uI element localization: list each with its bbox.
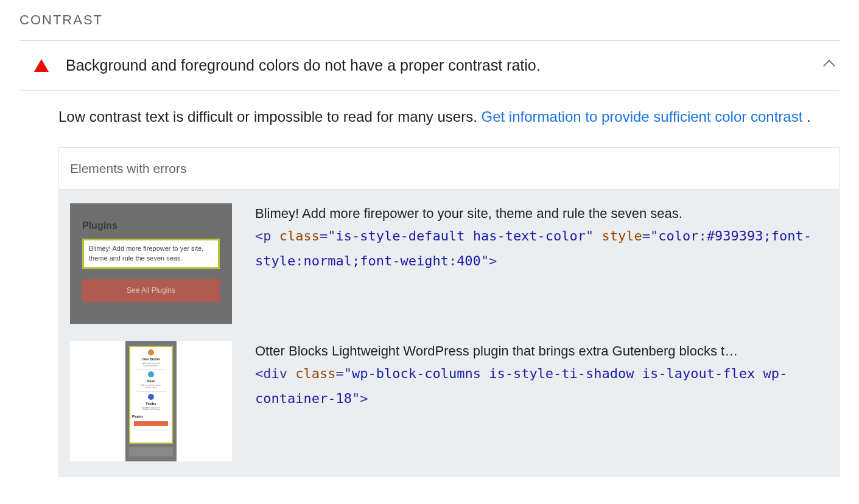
logo-dot-icon xyxy=(148,371,154,377)
error-node-text: Blimey! Add more firepower to your site,… xyxy=(255,203,828,224)
thumbnail-mobile-column: Otter Blocks Lightweight plugin thatbrin… xyxy=(125,341,177,461)
thumb-highlight-box: Blimey! Add more firepower to yer site, … xyxy=(82,239,220,269)
audit-description-suffix: . xyxy=(802,108,810,125)
errors-panel-body: Plugins Blimey! Add more firepower to ye… xyxy=(59,190,839,476)
thumb-footer-button xyxy=(134,421,168,426)
thumb-card-stack: Otter Blocks Lightweight plugin thatbrin… xyxy=(129,346,173,444)
errors-panel-heading: Elements with errors xyxy=(59,148,839,190)
audit-description-text: Low contrast text is difficult or imposs… xyxy=(58,108,482,125)
logo-dot-icon xyxy=(148,349,154,355)
audit-body: Low contrast text is difficult or imposs… xyxy=(19,91,840,477)
learn-more-link[interactable]: Get information to provide sufficient co… xyxy=(482,108,803,125)
error-row: Otter Blocks Lightweight plugin thatbrin… xyxy=(70,341,828,461)
warning-triangle-icon xyxy=(34,59,49,72)
audit-toggle-row[interactable]: Background and foreground colors do not … xyxy=(19,41,840,91)
error-details: Otter Blocks Lightweight WordPress plugi… xyxy=(255,341,828,461)
thumbnail-plugins-card: Plugins Blimey! Add more firepower to ye… xyxy=(70,203,232,324)
error-details: Blimey! Add more firepower to your site,… xyxy=(255,203,828,324)
errors-panel: Elements with errors Plugins Blimey! Add… xyxy=(58,147,840,477)
error-thumbnail[interactable]: Otter Blocks Lightweight plugin thatbrin… xyxy=(70,341,232,461)
thumb-heading: Plugins xyxy=(82,220,220,231)
section-title-contrast: CONTRAST xyxy=(19,0,840,41)
chevron-up-icon xyxy=(823,60,835,72)
audit-description: Low contrast text is difficult or imposs… xyxy=(58,105,840,128)
error-node-snippet[interactable]: <div class="wp-block-columns is-style-ti… xyxy=(255,362,828,411)
error-thumbnail[interactable]: Plugins Blimey! Add more firepower to ye… xyxy=(70,203,232,324)
audit-title: Background and foreground colors do not … xyxy=(66,57,825,74)
error-row: Plugins Blimey! Add more firepower to ye… xyxy=(70,203,828,324)
logo-dot-icon xyxy=(148,394,154,400)
error-node-text: Otter Blocks Lightweight WordPress plugi… xyxy=(255,341,828,362)
error-node-snippet[interactable]: <p class="is-style-default has-text-colo… xyxy=(255,224,828,273)
thumb-bottom-strip xyxy=(129,447,173,457)
thumb-button: See All Plugins xyxy=(82,279,220,302)
